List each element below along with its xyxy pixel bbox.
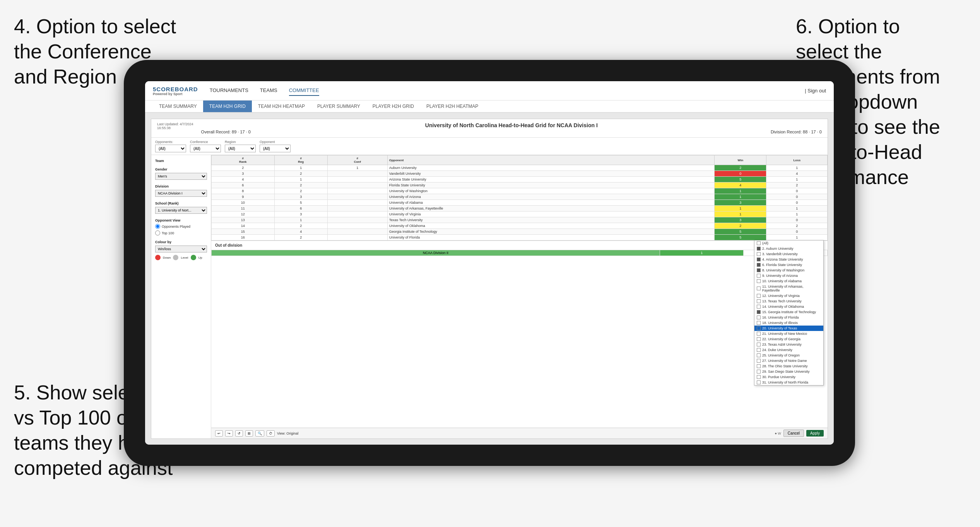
sub-nav-player-summary[interactable]: PLAYER SUMMARY (311, 101, 366, 112)
loss-cell: 0 (766, 217, 828, 223)
win-cell: 3 (715, 200, 766, 206)
dropdown-item[interactable]: 27. University of Notre Dame (754, 358, 823, 363)
opponents-played-radio[interactable]: Opponents Played (155, 224, 207, 229)
dropdown-checkbox (757, 380, 761, 384)
dropdown-item[interactable]: (All) (754, 240, 823, 246)
apply-button[interactable]: Apply (806, 430, 824, 437)
sub-nav-player-h2h-heatmap[interactable]: PLAYER H2H HEATMAP (420, 101, 484, 112)
table-row: 15 4 Georgia Institute of Technology 5 0 (212, 229, 828, 235)
opponents-select[interactable]: (All) (155, 145, 186, 152)
fit-button[interactable]: ⊞ (245, 430, 253, 437)
dropdown-item[interactable]: 2. Auburn University (754, 246, 823, 251)
dropdown-item[interactable]: 8. University of Washington (754, 268, 823, 273)
report-records: Overall Record: 89 · 17 · 0 Division Rec… (201, 130, 822, 134)
opponent-cell: University of Alabama (387, 200, 714, 206)
top100-radio[interactable]: Top 100 (155, 230, 207, 235)
dropdown-item[interactable]: 6. Florida State University (754, 262, 823, 268)
opponent-select[interactable]: (All) (260, 145, 291, 152)
reset-button[interactable]: ↺ (235, 430, 243, 437)
win-cell: 1 (715, 194, 766, 200)
dropdown-item-label: 14. University of Oklahoma (762, 305, 804, 309)
report-title: University of North Carolina Head-to-Hea… (201, 122, 822, 128)
col-reg: #Reg (274, 155, 327, 165)
division-select[interactable]: NCAA Division I (155, 190, 207, 197)
dropdown-item[interactable]: 31. University of North Florida (754, 380, 823, 385)
dropdown-item[interactable]: 28. The Ohio State University (754, 363, 823, 369)
filters-row: Opponents: (All) Conference (All) Region (151, 138, 828, 155)
opponent-cell: University of Arizona (387, 194, 714, 200)
nav-teams[interactable]: TEAMS (260, 85, 277, 96)
loss-cell: 1 (766, 206, 828, 211)
sub-nav-player-h2h-grid[interactable]: PLAYER H2H GRID (366, 101, 420, 112)
dropdown-item[interactable]: 9. University of Arizona (754, 273, 823, 278)
nav-committee[interactable]: COMMITTEE (289, 85, 319, 96)
nav-sign-out[interactable]: | Sign out (805, 88, 826, 94)
opponent-cell: Georgia Institute of Technology (387, 229, 714, 235)
dropdown-checkbox (757, 268, 761, 272)
cancel-button[interactable]: Cancel (783, 430, 804, 437)
loss-cell: 1 (766, 211, 828, 217)
dropdown-item[interactable]: 18. University of Illinois (754, 320, 823, 326)
dropdown-item[interactable]: 20. University of Texas (754, 326, 823, 331)
dropdown-item-label: 18. University of Illinois (762, 321, 798, 325)
undo-button[interactable]: ↩ (215, 430, 223, 437)
sub-nav-team-h2h-grid[interactable]: TEAM H2H GRID (203, 101, 252, 112)
table-row: 4 1 Arizona State University 5 1 (212, 177, 828, 182)
team-section: Team (155, 159, 207, 163)
dropdown-item[interactable]: 13. Texas Tech University (754, 298, 823, 304)
nav-bar: 5COREBOARD Powered by Sport TOURNAMENTS … (145, 81, 834, 101)
tablet-screen: 5COREBOARD Powered by Sport TOURNAMENTS … (145, 81, 834, 445)
dropdown-item[interactable]: 30. Purdue University (754, 374, 823, 380)
opponent-view-radio-group: Opponents Played Top 100 (155, 224, 207, 235)
filter-conference: Conference (All) (190, 140, 221, 152)
win-cell: 2 (715, 223, 766, 229)
dropdown-checkbox (757, 294, 761, 298)
colour-by-select[interactable]: Win/loss (155, 246, 207, 252)
colour-section: Colour by Win/loss Down Level Up (155, 240, 207, 260)
dropdown-item[interactable]: 24. Duke University (754, 347, 823, 353)
dropdown-item-label: 25. University of Oregon (762, 353, 800, 357)
win-cell: 5 (715, 177, 766, 182)
nav-tournaments[interactable]: TOURNAMENTS (210, 85, 248, 96)
dropdown-item[interactable]: 10. University of Alabama (754, 278, 823, 284)
opponent-label: Opponent (260, 140, 291, 144)
clock-button[interactable]: ⏱ (267, 430, 275, 437)
dropdown-item-label: 24. Duke University (762, 348, 792, 352)
dropdown-item[interactable]: 16. University of Florida (754, 315, 823, 320)
dropdown-item[interactable]: 4. Arizona State University (754, 257, 823, 262)
opponent-dropdown[interactable]: (All)2. Auburn University3. Vanderbilt U… (754, 240, 824, 385)
dropdown-item[interactable]: 23. Texas A&M University (754, 342, 823, 347)
conf-cell (327, 188, 387, 194)
dropdown-item[interactable]: 11. University of Arkansas, Fayetteville (754, 284, 823, 293)
dropdown-item[interactable]: 25. University of Oregon (754, 353, 823, 358)
dropdown-checkbox (757, 316, 761, 319)
level-label: Level (181, 256, 188, 259)
opponent-cell: University of Oklahoma (387, 223, 714, 229)
region-select[interactable]: (All) (225, 145, 256, 152)
table-row: 2 1 1 Auburn University 2 1 (212, 165, 828, 171)
dropdown-item[interactable]: 15. Georgia Institute of Technology (754, 309, 823, 315)
dropdown-item[interactable]: 21. University of New Mexico (754, 331, 823, 336)
redo-button[interactable]: ↪ (225, 430, 233, 437)
dropdown-item-label: 3. Vanderbilt University (762, 252, 798, 256)
out-of-division-label: Out of division (211, 240, 828, 250)
rank-cell: 8 (212, 188, 275, 194)
school-select[interactable]: 1. University of Nort... (155, 207, 207, 214)
sub-nav-team-summary[interactable]: TEAM SUMMARY (153, 101, 203, 112)
win-cell: 1 (715, 188, 766, 194)
reg-cell: 6 (274, 206, 327, 211)
dropdown-item[interactable]: 3. Vanderbilt University (754, 251, 823, 257)
sub-nav-team-h2h-heatmap[interactable]: TEAM H2H HEATMAP (252, 101, 311, 112)
dropdown-item[interactable]: 29. San Diego State University (754, 369, 823, 374)
dropdown-item[interactable]: 22. University of Georgia (754, 336, 823, 342)
division-label: Division (155, 184, 207, 188)
zoom-button[interactable]: 🔍 (255, 430, 264, 437)
dropdown-item[interactable]: 14. University of Oklahoma (754, 304, 823, 309)
conference-select[interactable]: (All) (190, 145, 221, 152)
gender-select[interactable]: Men's (155, 173, 207, 180)
loss-cell: 0 (766, 229, 828, 235)
dropdown-item[interactable]: 12. University of Virginia (754, 293, 823, 298)
overall-record: Overall Record: 89 · 17 · 0 (201, 130, 251, 134)
dropdown-item-label: 23. Texas A&M University (762, 343, 802, 346)
school-label: School (Rank) (155, 201, 207, 205)
